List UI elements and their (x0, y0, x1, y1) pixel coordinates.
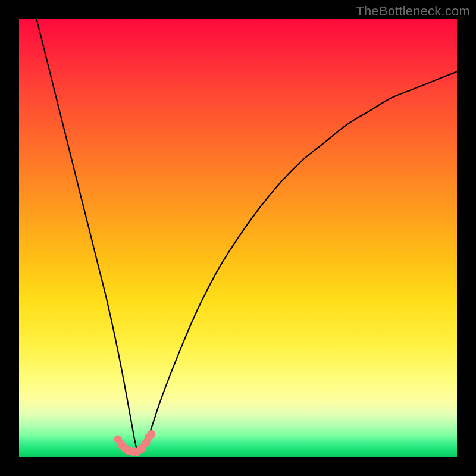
marker-dot (147, 430, 155, 439)
curve-line (36, 19, 457, 453)
watermark-text: TheBottleneck.com (356, 4, 470, 19)
bottleneck-curve (19, 19, 457, 457)
plot-area (19, 19, 457, 457)
chart-frame: TheBottleneck.com (0, 0, 476, 476)
